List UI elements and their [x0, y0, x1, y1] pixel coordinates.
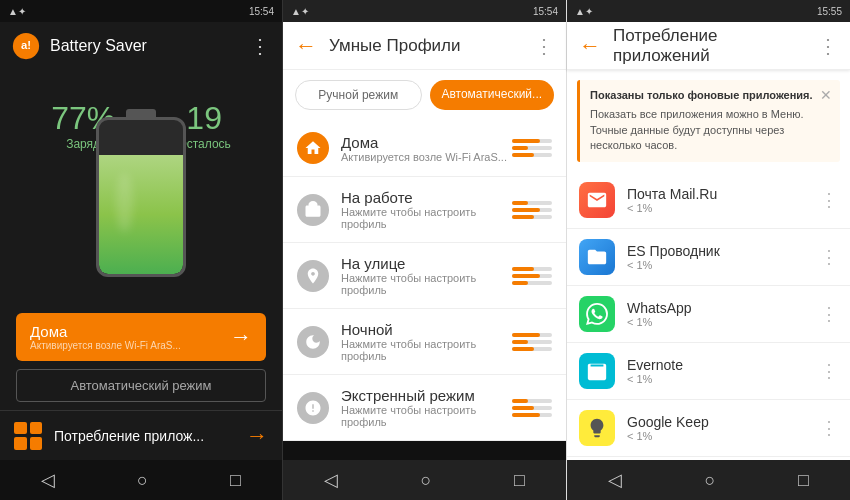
nav-bar-3: ◁ ○ □: [567, 460, 850, 500]
recents-nav-icon-1[interactable]: □: [230, 470, 241, 491]
es-more-icon[interactable]: ⋮: [820, 246, 838, 268]
grid-cell-3: [14, 437, 27, 450]
profile-home-icon: [297, 132, 329, 164]
profiles-list: Дома Активируется возле Wi-Fi AraS... На…: [283, 120, 566, 460]
app-usage-footer[interactable]: Потребление прилож... →: [0, 410, 282, 460]
back-nav-icon-3[interactable]: ◁: [608, 469, 622, 491]
svg-text:a!: a!: [21, 39, 31, 51]
app-item-evernote[interactable]: Evernote < 1% ⋮: [567, 343, 850, 400]
mail-more-icon[interactable]: ⋮: [820, 189, 838, 211]
profile-night-sub: Нажмите чтобы настроить профиль: [341, 338, 512, 362]
info-banner: Показаны только фоновые приложения. Пока…: [577, 80, 840, 162]
app-item-gkeep[interactable]: Google Keep < 1% ⋮: [567, 400, 850, 457]
profile-outside-sub: Нажмите чтобы настроить профиль: [341, 272, 512, 296]
profile-home[interactable]: Дома Активируется возле Wi-Fi AraS...: [283, 120, 566, 177]
profile-home-sub: Активируется возле Wi-Fi AraS...: [341, 151, 512, 163]
recents-nav-icon-2[interactable]: □: [514, 470, 525, 491]
status-icons-2: ▲✦: [291, 6, 533, 17]
recents-nav-icon-3[interactable]: □: [798, 470, 809, 491]
more-menu-icon-1[interactable]: ⋮: [250, 34, 270, 58]
profile-night-icon: [297, 326, 329, 358]
evernote-app-text: Evernote < 1%: [627, 357, 820, 385]
mail-app-icon: [579, 182, 615, 218]
slider-8: [512, 274, 552, 278]
evernote-more-icon[interactable]: ⋮: [820, 360, 838, 382]
es-app-name: ES Проводник: [627, 243, 820, 259]
mail-app-usage: < 1%: [627, 202, 820, 214]
grid-icon: [14, 422, 42, 450]
panel2-title: Умные Профили: [329, 36, 534, 56]
auto-mode-label: Автоматический режим: [71, 378, 212, 393]
battery-saver-panel: ▲✦ 15:54 a! Battery Saver ⋮ 77% Заряд 19…: [0, 0, 283, 500]
panel3-header: ← Потребление приложений ⋮: [567, 22, 850, 70]
profile-emergency[interactable]: Экстренный режим Нажмите чтобы настроить…: [283, 375, 566, 441]
panel2-header: ← Умные Профили ⋮: [283, 22, 566, 70]
status-time-2: 15:54: [533, 6, 558, 17]
panel2-bottom-bar: [283, 441, 566, 460]
back-nav-icon-1[interactable]: ◁: [41, 469, 55, 491]
profile-work[interactable]: На работе Нажмите чтобы настроить профил…: [283, 177, 566, 243]
mail-app-text: Почта Mail.Ru < 1%: [627, 186, 820, 214]
app-item-es[interactable]: ES Проводник < 1% ⋮: [567, 229, 850, 286]
slider-7: [512, 267, 552, 271]
battery-body: [96, 117, 186, 277]
status-icons-left: ▲✦: [8, 6, 249, 17]
profile-emergency-name: Экстренный режим: [341, 387, 512, 404]
app-item-mail[interactable]: Почта Mail.Ru < 1% ⋮: [567, 172, 850, 229]
home-nav-icon-3[interactable]: ○: [705, 470, 716, 491]
more-menu-icon-2[interactable]: ⋮: [534, 34, 554, 58]
gkeep-app-name: Google Keep: [627, 414, 820, 430]
whatsapp-app-icon: [579, 296, 615, 332]
profile-work-text: На работе Нажмите чтобы настроить профил…: [341, 189, 512, 230]
es-app-text: ES Проводник < 1%: [627, 243, 820, 271]
whatsapp-app-name: WhatsApp: [627, 300, 820, 316]
slider-14: [512, 406, 552, 410]
profile-work-sub: Нажмите чтобы настроить профиль: [341, 206, 512, 230]
profile-emergency-sliders: [512, 399, 552, 417]
info-banner-title: Показаны только фоновые приложения.: [590, 88, 830, 103]
slider-3: [512, 153, 552, 157]
info-banner-close-button[interactable]: ✕: [820, 86, 832, 106]
profile-outside[interactable]: На улице Нажмите чтобы настроить профиль: [283, 243, 566, 309]
more-menu-icon-3[interactable]: ⋮: [818, 34, 838, 58]
app-item-whatsapp[interactable]: WhatsApp < 1% ⋮: [567, 286, 850, 343]
app-usage-panel: ▲✦ 15:55 ← Потребление приложений ⋮ Пока…: [567, 0, 850, 500]
evernote-app-name: Evernote: [627, 357, 820, 373]
profile-work-name: На работе: [341, 189, 512, 206]
whatsapp-more-icon[interactable]: ⋮: [820, 303, 838, 325]
mail-app-name: Почта Mail.Ru: [627, 186, 820, 202]
status-bar-1: ▲✦ 15:54: [0, 0, 282, 22]
slider-15: [512, 413, 552, 417]
auto-mode-tab[interactable]: Автоматический...: [430, 80, 555, 110]
evernote-app-usage: < 1%: [627, 373, 820, 385]
back-button-3[interactable]: ←: [579, 33, 601, 59]
footer-label: Потребление прилож...: [54, 428, 246, 444]
status-icons-3: ▲✦: [575, 6, 817, 17]
mode-tabs: Ручной режим Автоматический...: [283, 70, 566, 120]
gkeep-app-icon: [579, 410, 615, 446]
home-nav-icon-2[interactable]: ○: [421, 470, 432, 491]
back-button-2[interactable]: ←: [295, 33, 317, 59]
es-app-usage: < 1%: [627, 259, 820, 271]
battery-display: 77% Заряд 19 Осталось: [0, 70, 282, 313]
whatsapp-app-text: WhatsApp < 1%: [627, 300, 820, 328]
nav-bar-2: ◁ ○ □: [283, 460, 566, 500]
gkeep-more-icon[interactable]: ⋮: [820, 417, 838, 439]
manual-mode-tab[interactable]: Ручной режим: [295, 80, 422, 110]
back-nav-icon-2[interactable]: ◁: [324, 469, 338, 491]
info-banner-text: Показать все приложения можно в Меню. То…: [590, 107, 830, 153]
profile-emergency-text: Экстренный режим Нажмите чтобы настроить…: [341, 387, 512, 428]
battery-glow: [116, 173, 133, 232]
active-profile-button[interactable]: Дома Активируется возле Wi-Fi AraS... →: [16, 313, 266, 361]
grid-cell-4: [30, 437, 43, 450]
profile-work-sliders: [512, 201, 552, 219]
battery-tip: [126, 109, 156, 117]
home-nav-icon-1[interactable]: ○: [137, 470, 148, 491]
status-bar-2: ▲✦ 15:54: [283, 0, 566, 22]
profile-night[interactable]: Ночной Нажмите чтобы настроить профиль: [283, 309, 566, 375]
battery-fill: [99, 155, 183, 274]
profile-night-sliders: [512, 333, 552, 351]
profile-name: Дома: [30, 323, 230, 340]
slider-9: [512, 281, 552, 285]
auto-mode-button[interactable]: Автоматический режим: [16, 369, 266, 402]
